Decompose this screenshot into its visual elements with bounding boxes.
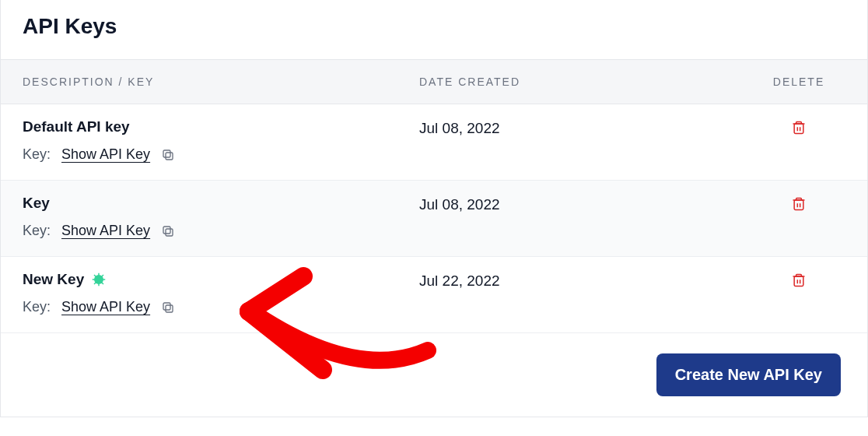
key-prefix-label: Key: bbox=[23, 146, 51, 163]
svg-rect-5 bbox=[794, 200, 803, 210]
svg-line-14 bbox=[102, 275, 103, 276]
api-keys-panel: API Keys DESCRIPTION / KEY DATE CREATED … bbox=[0, 0, 868, 417]
key-description: New Key bbox=[23, 271, 84, 288]
create-new-api-key-button[interactable]: Create New API Key bbox=[656, 353, 841, 396]
key-prefix-label: Key: bbox=[23, 299, 51, 315]
table-header-row: DESCRIPTION / KEY DATE CREATED DELETE bbox=[1, 59, 867, 104]
show-api-key-link[interactable]: Show API Key bbox=[61, 299, 150, 315]
svg-rect-1 bbox=[163, 150, 170, 157]
date-created: Jul 22, 2022 bbox=[419, 271, 752, 290]
show-api-key-link[interactable]: Show API Key bbox=[61, 146, 150, 163]
delete-icon[interactable] bbox=[791, 196, 807, 213]
copy-icon[interactable] bbox=[161, 301, 175, 315]
svg-rect-2 bbox=[794, 124, 803, 134]
date-created: Jul 08, 2022 bbox=[419, 118, 752, 137]
page-title: API Keys bbox=[23, 14, 845, 39]
key-description: Default API key bbox=[23, 118, 419, 135]
svg-rect-16 bbox=[163, 303, 170, 310]
column-header-description: DESCRIPTION / KEY bbox=[23, 76, 419, 88]
svg-rect-4 bbox=[163, 227, 170, 234]
svg-rect-15 bbox=[166, 305, 173, 312]
table-row: Key Key: Show API Key Jul 08, 2022 bbox=[1, 181, 867, 257]
table-row: Default API key Key: Show API Key Jul 08… bbox=[1, 104, 867, 181]
svg-line-13 bbox=[94, 283, 96, 284]
key-description: Key bbox=[23, 195, 419, 212]
key-prefix-label: Key: bbox=[23, 223, 51, 239]
column-header-delete: DELETE bbox=[752, 76, 845, 88]
copy-icon[interactable] bbox=[161, 224, 175, 238]
date-created: Jul 08, 2022 bbox=[419, 195, 752, 213]
panel-footer: Create New API Key bbox=[1, 333, 867, 417]
show-api-key-link[interactable]: Show API Key bbox=[61, 223, 150, 239]
svg-line-12 bbox=[102, 283, 103, 284]
svg-rect-17 bbox=[794, 276, 803, 287]
panel-header: API Keys bbox=[1, 0, 867, 59]
delete-icon[interactable] bbox=[791, 272, 807, 290]
new-badge-icon bbox=[92, 272, 106, 287]
svg-rect-0 bbox=[166, 153, 173, 160]
svg-rect-3 bbox=[166, 229, 173, 236]
table-row: New Key Key: Show API Key Jul 22, 2022 bbox=[1, 257, 867, 333]
column-header-date: DATE CREATED bbox=[419, 76, 752, 88]
delete-icon[interactable] bbox=[791, 120, 807, 137]
svg-line-11 bbox=[94, 275, 96, 276]
copy-icon[interactable] bbox=[161, 148, 175, 162]
